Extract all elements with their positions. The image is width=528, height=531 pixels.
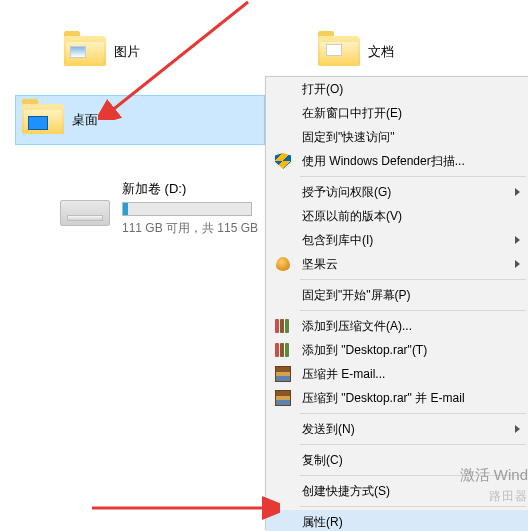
menu-separator <box>300 279 526 280</box>
menu-pin-quick-access[interactable]: 固定到"快速访问" <box>266 125 528 149</box>
folder-item-desktop[interactable]: 桌面 <box>15 95 265 145</box>
drive-item[interactable]: 新加卷 (D:) 111 GB 可用，共 115 GB <box>60 180 258 237</box>
nut-icon <box>274 255 292 273</box>
menu-label: 创建快捷方式(S) <box>302 483 390 500</box>
menu-include-library[interactable]: 包含到库中(I) <box>266 228 528 252</box>
drive-stats: 111 GB 可用，共 115 GB <box>122 220 258 237</box>
context-menu: 打开(O) 在新窗口中打开(E) 固定到"快速访问" 使用 Windows De… <box>265 76 528 530</box>
drive-name: 新加卷 (D:) <box>122 180 258 198</box>
menu-separator <box>300 413 526 414</box>
menu-pin-start[interactable]: 固定到"开始"屏幕(P) <box>266 283 528 307</box>
menu-archive-desktop-email[interactable]: 压缩到 "Desktop.rar" 并 E-mail <box>266 386 528 410</box>
menu-label: 压缩到 "Desktop.rar" 并 E-mail <box>302 390 465 407</box>
menu-label: 添加到 "Desktop.rar"(T) <box>302 342 427 359</box>
menu-separator <box>300 444 526 445</box>
shield-icon <box>274 152 292 170</box>
menu-label: 压缩并 E-mail... <box>302 366 385 383</box>
rar-icon <box>274 365 292 383</box>
watermark-text: 路田器 <box>489 488 528 505</box>
menu-send-to[interactable]: 发送到(N) <box>266 417 528 441</box>
menu-label: 还原以前的版本(V) <box>302 208 402 225</box>
menu-label: 固定到"开始"屏幕(P) <box>302 287 411 304</box>
drive-usage-bar <box>122 202 252 216</box>
menu-label: 添加到压缩文件(A)... <box>302 318 412 335</box>
folder-icon <box>22 102 64 138</box>
menu-label: 复制(C) <box>302 452 343 469</box>
chevron-right-icon <box>515 188 520 196</box>
activate-windows-text: 激活 Wind <box>460 466 528 485</box>
menu-label: 属性(R) <box>302 514 343 531</box>
menu-separator <box>300 176 526 177</box>
folder-icon <box>64 34 106 70</box>
menu-label: 授予访问权限(G) <box>302 184 391 201</box>
menu-label: 坚果云 <box>302 256 338 273</box>
rar-icon <box>274 389 292 407</box>
menu-restore-previous[interactable]: 还原以前的版本(V) <box>266 204 528 228</box>
chevron-right-icon <box>515 236 520 244</box>
annotation-arrow <box>90 480 280 520</box>
menu-grant-access[interactable]: 授予访问权限(G) <box>266 180 528 204</box>
menu-label: 发送到(N) <box>302 421 355 438</box>
menu-open[interactable]: 打开(O) <box>266 77 528 101</box>
menu-label: 固定到"快速访问" <box>302 129 395 146</box>
chevron-right-icon <box>515 425 520 433</box>
menu-archive-desktop[interactable]: 添加到 "Desktop.rar"(T) <box>266 338 528 362</box>
folder-item-documents[interactable]: 文档 <box>310 30 402 74</box>
books-icon <box>274 317 292 335</box>
menu-separator <box>300 506 526 507</box>
menu-open-new-window[interactable]: 在新窗口中打开(E) <box>266 101 528 125</box>
menu-label: 打开(O) <box>302 81 343 98</box>
menu-properties[interactable]: 属性(R) <box>266 510 528 531</box>
menu-archive-add[interactable]: 添加到压缩文件(A)... <box>266 314 528 338</box>
drive-icon <box>60 200 110 230</box>
menu-separator <box>300 310 526 311</box>
folder-item-pictures[interactable]: 图片 <box>56 30 148 74</box>
menu-jianguoyun[interactable]: 坚果云 <box>266 252 528 276</box>
menu-defender-scan[interactable]: 使用 Windows Defender扫描... <box>266 149 528 173</box>
folder-label: 图片 <box>114 43 140 61</box>
menu-label: 包含到库中(I) <box>302 232 373 249</box>
folder-icon <box>318 34 360 70</box>
folder-label: 桌面 <box>72 111 98 129</box>
folder-label: 文档 <box>368 43 394 61</box>
menu-label: 在新窗口中打开(E) <box>302 105 402 122</box>
menu-archive-email[interactable]: 压缩并 E-mail... <box>266 362 528 386</box>
books-icon <box>274 341 292 359</box>
menu-label: 使用 Windows Defender扫描... <box>302 153 465 170</box>
chevron-right-icon <box>515 260 520 268</box>
